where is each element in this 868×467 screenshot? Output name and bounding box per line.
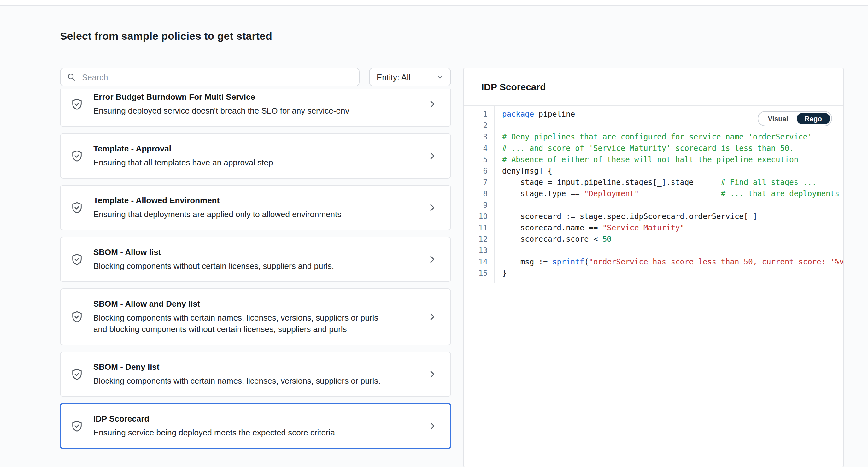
policy-card-description: Blocking components without certain lice… bbox=[93, 261, 387, 272]
line-number: 9 bbox=[464, 199, 488, 211]
code-line: msg := sprintf("orderService has score l… bbox=[502, 256, 843, 268]
shield-check-icon bbox=[71, 98, 83, 111]
policy-card-text: Error Budget Burndown For Multi Service … bbox=[93, 91, 427, 117]
code-editor: VisualRego 123456789101112131415 package… bbox=[464, 106, 843, 283]
shield-check-icon bbox=[71, 311, 83, 323]
line-number: 11 bbox=[464, 222, 488, 233]
code-line bbox=[502, 199, 843, 211]
code-block: package pipeline# Deny pipelines that ar… bbox=[495, 106, 843, 283]
code-line: stage = input.pipeline.stages[_].stage #… bbox=[502, 177, 843, 188]
line-number: 14 bbox=[464, 256, 488, 268]
policy-card[interactable]: SBOM - Deny list Blocking components wit… bbox=[60, 351, 451, 397]
policy-card-description: Ensuring that all templates have an appr… bbox=[93, 157, 387, 169]
code-line: } bbox=[502, 268, 843, 279]
code-line: scorecard.name == "Service Maturity" bbox=[502, 222, 843, 233]
policy-card-title: Error Budget Burndown For Multi Service bbox=[93, 91, 427, 103]
policy-card-title: Template - Approval bbox=[93, 143, 427, 155]
screen: Select from sample policies to get start… bbox=[0, 0, 868, 467]
code-line: scorecard := stage.spec.idpScorecard.ord… bbox=[502, 211, 843, 222]
toggle-option-rego[interactable]: Rego bbox=[797, 113, 830, 124]
policy-card-text: SBOM - Allow and Deny list Blocking comp… bbox=[93, 298, 427, 335]
policy-card-title: SBOM - Deny list bbox=[93, 361, 427, 373]
policy-card-description: Blocking components with certain names, … bbox=[93, 312, 387, 335]
entity-filter-label: Entity: All bbox=[377, 72, 410, 82]
policy-preview-panel: IDP Scorecard VisualRego 123456789101112… bbox=[463, 67, 844, 467]
preview-panel-header: IDP Scorecard bbox=[464, 68, 843, 106]
line-number: 8 bbox=[464, 188, 488, 199]
line-number: 3 bbox=[464, 131, 488, 143]
code-line bbox=[502, 245, 843, 256]
policy-card-description: Ensuring service being deployed meets th… bbox=[93, 427, 387, 439]
chevron-right-icon bbox=[427, 99, 437, 109]
code-line: # Absence of either of these will not ha… bbox=[502, 154, 843, 165]
shield-check-icon bbox=[71, 368, 83, 381]
line-number: 5 bbox=[464, 154, 488, 165]
visual-rego-toggle: VisualRego bbox=[758, 111, 832, 126]
chevron-right-icon bbox=[427, 312, 437, 322]
shield-check-icon bbox=[71, 253, 83, 266]
policy-list-column: Entity: All Error Budget Burndown For Mu… bbox=[60, 67, 451, 449]
code-line: # Deny pipelines that are configured for… bbox=[502, 131, 843, 143]
policy-card-text: SBOM - Deny list Blocking components wit… bbox=[93, 361, 427, 387]
policy-card-text: Template - Allowed Environment Ensuring … bbox=[93, 195, 427, 220]
line-number: 2 bbox=[464, 120, 488, 131]
policy-card-title: Template - Allowed Environment bbox=[93, 195, 427, 206]
chevron-right-icon bbox=[427, 151, 437, 161]
line-number: 4 bbox=[464, 143, 488, 154]
code-line: scorecard.score < 50 bbox=[502, 233, 843, 245]
shield-check-icon bbox=[71, 420, 83, 432]
sample-policies-page: Select from sample policies to get start… bbox=[0, 30, 868, 467]
policy-card[interactable]: SBOM - Allow and Deny list Blocking comp… bbox=[60, 288, 451, 345]
chevron-down-icon bbox=[436, 74, 443, 81]
chevron-right-icon bbox=[427, 254, 437, 264]
policy-card-description: Blocking components with certain names, … bbox=[93, 376, 387, 387]
policy-card[interactable]: Error Budget Burndown For Multi Service … bbox=[60, 89, 451, 127]
line-number: 10 bbox=[464, 211, 488, 222]
policy-card[interactable]: Template - Approval Ensuring that all te… bbox=[60, 133, 451, 179]
search-input[interactable] bbox=[81, 71, 352, 82]
policy-card[interactable]: Template - Allowed Environment Ensuring … bbox=[60, 185, 451, 230]
shield-check-icon bbox=[71, 201, 83, 214]
line-number: 6 bbox=[464, 165, 488, 177]
policy-card-title: IDP Scorecard bbox=[93, 413, 427, 425]
policy-card-description: Ensuring deployed service doesn't breach… bbox=[93, 106, 387, 117]
policy-card[interactable]: IDP Scorecard Ensuring service being dep… bbox=[60, 403, 451, 449]
code-line: deny[msg] { bbox=[502, 165, 843, 177]
code-line: stage.type == "Deployment" # ... that ar… bbox=[502, 188, 843, 199]
entity-filter-dropdown[interactable]: Entity: All bbox=[369, 67, 451, 86]
chevron-right-icon bbox=[427, 369, 437, 379]
policy-card-text: SBOM - Allow list Blocking components wi… bbox=[93, 247, 427, 272]
policy-card-title: SBOM - Allow and Deny list bbox=[93, 298, 427, 310]
policy-card-title: SBOM - Allow list bbox=[93, 247, 427, 258]
preview-title: IDP Scorecard bbox=[481, 81, 546, 92]
policy-card-text: IDP Scorecard Ensuring service being dep… bbox=[93, 413, 427, 439]
policy-list: Error Budget Burndown For Multi Service … bbox=[60, 89, 451, 449]
page-heading: Select from sample policies to get start… bbox=[60, 30, 868, 43]
line-number: 12 bbox=[464, 233, 488, 245]
line-number: 15 bbox=[464, 268, 488, 279]
line-number: 7 bbox=[464, 177, 488, 188]
toggle-option-visual[interactable]: Visual bbox=[760, 113, 797, 124]
policy-card-text: Template - Approval Ensuring that all te… bbox=[93, 143, 427, 169]
chevron-right-icon bbox=[427, 203, 437, 213]
line-number: 13 bbox=[464, 245, 488, 256]
chevron-right-icon bbox=[427, 421, 437, 431]
code-line: # ... and score of 'Service Maturity' sc… bbox=[502, 143, 843, 154]
policy-card-description: Ensuring that deployments are applied on… bbox=[93, 209, 387, 220]
search-box[interactable] bbox=[60, 67, 360, 86]
code-gutter: 123456789101112131415 bbox=[464, 106, 495, 283]
shield-check-icon bbox=[71, 150, 83, 162]
policy-card[interactable]: SBOM - Allow list Blocking components wi… bbox=[60, 237, 451, 282]
search-icon bbox=[67, 72, 76, 81]
top-border-strip bbox=[0, 0, 868, 6]
line-number: 1 bbox=[464, 109, 488, 120]
